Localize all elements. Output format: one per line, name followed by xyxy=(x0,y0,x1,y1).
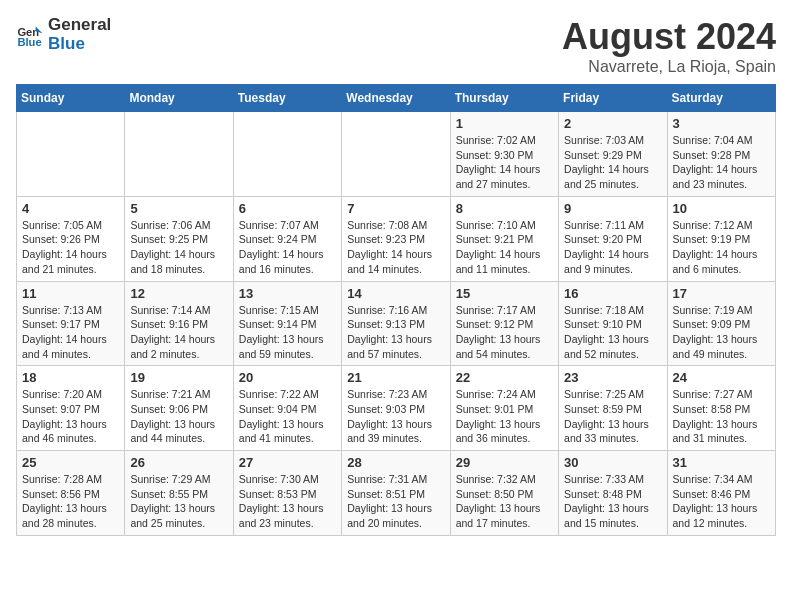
calendar-cell: 15Sunrise: 7:17 AM Sunset: 9:12 PM Dayli… xyxy=(450,281,558,366)
calendar-cell: 11Sunrise: 7:13 AM Sunset: 9:17 PM Dayli… xyxy=(17,281,125,366)
cell-date: 3 xyxy=(673,116,770,131)
cell-info: Sunrise: 7:29 AM Sunset: 8:55 PM Dayligh… xyxy=(130,472,227,531)
calendar-cell: 2Sunrise: 7:03 AM Sunset: 9:29 PM Daylig… xyxy=(559,112,667,197)
calendar-cell: 30Sunrise: 7:33 AM Sunset: 8:48 PM Dayli… xyxy=(559,451,667,536)
cell-info: Sunrise: 7:06 AM Sunset: 9:25 PM Dayligh… xyxy=(130,218,227,277)
cell-info: Sunrise: 7:23 AM Sunset: 9:03 PM Dayligh… xyxy=(347,387,444,446)
calendar-cell: 5Sunrise: 7:06 AM Sunset: 9:25 PM Daylig… xyxy=(125,196,233,281)
calendar-cell: 3Sunrise: 7:04 AM Sunset: 9:28 PM Daylig… xyxy=(667,112,775,197)
calendar-cell: 1Sunrise: 7:02 AM Sunset: 9:30 PM Daylig… xyxy=(450,112,558,197)
cell-info: Sunrise: 7:21 AM Sunset: 9:06 PM Dayligh… xyxy=(130,387,227,446)
header: Gen Blue General Blue August 2024 Navarr… xyxy=(16,16,776,76)
calendar-cell: 7Sunrise: 7:08 AM Sunset: 9:23 PM Daylig… xyxy=(342,196,450,281)
cell-info: Sunrise: 7:27 AM Sunset: 8:58 PM Dayligh… xyxy=(673,387,770,446)
cell-info: Sunrise: 7:24 AM Sunset: 9:01 PM Dayligh… xyxy=(456,387,553,446)
cell-date: 11 xyxy=(22,286,119,301)
calendar-table: SundayMondayTuesdayWednesdayThursdayFrid… xyxy=(16,84,776,536)
cell-date: 5 xyxy=(130,201,227,216)
cell-date: 7 xyxy=(347,201,444,216)
cell-date: 4 xyxy=(22,201,119,216)
calendar-cell: 17Sunrise: 7:19 AM Sunset: 9:09 PM Dayli… xyxy=(667,281,775,366)
cell-date: 21 xyxy=(347,370,444,385)
calendar-cell: 18Sunrise: 7:20 AM Sunset: 9:07 PM Dayli… xyxy=(17,366,125,451)
calendar-cell: 28Sunrise: 7:31 AM Sunset: 8:51 PM Dayli… xyxy=(342,451,450,536)
cell-info: Sunrise: 7:12 AM Sunset: 9:19 PM Dayligh… xyxy=(673,218,770,277)
day-header-tuesday: Tuesday xyxy=(233,85,341,112)
calendar-cell xyxy=(17,112,125,197)
cell-info: Sunrise: 7:19 AM Sunset: 9:09 PM Dayligh… xyxy=(673,303,770,362)
cell-date: 13 xyxy=(239,286,336,301)
cell-info: Sunrise: 7:08 AM Sunset: 9:23 PM Dayligh… xyxy=(347,218,444,277)
cell-info: Sunrise: 7:18 AM Sunset: 9:10 PM Dayligh… xyxy=(564,303,661,362)
cell-info: Sunrise: 7:28 AM Sunset: 8:56 PM Dayligh… xyxy=(22,472,119,531)
week-row-0: 1Sunrise: 7:02 AM Sunset: 9:30 PM Daylig… xyxy=(17,112,776,197)
cell-date: 12 xyxy=(130,286,227,301)
cell-info: Sunrise: 7:14 AM Sunset: 9:16 PM Dayligh… xyxy=(130,303,227,362)
cell-date: 18 xyxy=(22,370,119,385)
calendar-cell: 26Sunrise: 7:29 AM Sunset: 8:55 PM Dayli… xyxy=(125,451,233,536)
calendar-cell: 13Sunrise: 7:15 AM Sunset: 9:14 PM Dayli… xyxy=(233,281,341,366)
calendar-cell: 10Sunrise: 7:12 AM Sunset: 9:19 PM Dayli… xyxy=(667,196,775,281)
logo-general-text: General xyxy=(48,16,111,35)
cell-info: Sunrise: 7:15 AM Sunset: 9:14 PM Dayligh… xyxy=(239,303,336,362)
cell-date: 19 xyxy=(130,370,227,385)
calendar-cell: 4Sunrise: 7:05 AM Sunset: 9:26 PM Daylig… xyxy=(17,196,125,281)
logo-blue-text: Blue xyxy=(48,35,111,54)
cell-date: 10 xyxy=(673,201,770,216)
calendar-cell: 19Sunrise: 7:21 AM Sunset: 9:06 PM Dayli… xyxy=(125,366,233,451)
calendar-cell xyxy=(125,112,233,197)
cell-info: Sunrise: 7:20 AM Sunset: 9:07 PM Dayligh… xyxy=(22,387,119,446)
cell-info: Sunrise: 7:07 AM Sunset: 9:24 PM Dayligh… xyxy=(239,218,336,277)
calendar-cell: 22Sunrise: 7:24 AM Sunset: 9:01 PM Dayli… xyxy=(450,366,558,451)
cell-info: Sunrise: 7:22 AM Sunset: 9:04 PM Dayligh… xyxy=(239,387,336,446)
week-row-4: 25Sunrise: 7:28 AM Sunset: 8:56 PM Dayli… xyxy=(17,451,776,536)
cell-date: 29 xyxy=(456,455,553,470)
cell-info: Sunrise: 7:30 AM Sunset: 8:53 PM Dayligh… xyxy=(239,472,336,531)
calendar-cell: 16Sunrise: 7:18 AM Sunset: 9:10 PM Dayli… xyxy=(559,281,667,366)
cell-info: Sunrise: 7:31 AM Sunset: 8:51 PM Dayligh… xyxy=(347,472,444,531)
week-row-2: 11Sunrise: 7:13 AM Sunset: 9:17 PM Dayli… xyxy=(17,281,776,366)
cell-info: Sunrise: 7:02 AM Sunset: 9:30 PM Dayligh… xyxy=(456,133,553,192)
cell-date: 25 xyxy=(22,455,119,470)
calendar-cell xyxy=(342,112,450,197)
cell-date: 6 xyxy=(239,201,336,216)
cell-date: 28 xyxy=(347,455,444,470)
calendar-cell xyxy=(233,112,341,197)
cell-date: 14 xyxy=(347,286,444,301)
cell-date: 15 xyxy=(456,286,553,301)
svg-text:Blue: Blue xyxy=(17,36,41,48)
logo-icon: Gen Blue xyxy=(16,21,44,49)
calendar-cell: 9Sunrise: 7:11 AM Sunset: 9:20 PM Daylig… xyxy=(559,196,667,281)
cell-date: 8 xyxy=(456,201,553,216)
cell-date: 31 xyxy=(673,455,770,470)
calendar-cell: 31Sunrise: 7:34 AM Sunset: 8:46 PM Dayli… xyxy=(667,451,775,536)
cell-info: Sunrise: 7:03 AM Sunset: 9:29 PM Dayligh… xyxy=(564,133,661,192)
day-header-saturday: Saturday xyxy=(667,85,775,112)
cell-date: 22 xyxy=(456,370,553,385)
calendar-cell: 12Sunrise: 7:14 AM Sunset: 9:16 PM Dayli… xyxy=(125,281,233,366)
cell-info: Sunrise: 7:33 AM Sunset: 8:48 PM Dayligh… xyxy=(564,472,661,531)
calendar-cell: 24Sunrise: 7:27 AM Sunset: 8:58 PM Dayli… xyxy=(667,366,775,451)
cell-date: 1 xyxy=(456,116,553,131)
day-header-monday: Monday xyxy=(125,85,233,112)
cell-date: 27 xyxy=(239,455,336,470)
day-header-wednesday: Wednesday xyxy=(342,85,450,112)
logo: Gen Blue General Blue xyxy=(16,16,111,53)
cell-info: Sunrise: 7:32 AM Sunset: 8:50 PM Dayligh… xyxy=(456,472,553,531)
cell-date: 26 xyxy=(130,455,227,470)
cell-info: Sunrise: 7:25 AM Sunset: 8:59 PM Dayligh… xyxy=(564,387,661,446)
calendar-cell: 23Sunrise: 7:25 AM Sunset: 8:59 PM Dayli… xyxy=(559,366,667,451)
cell-info: Sunrise: 7:13 AM Sunset: 9:17 PM Dayligh… xyxy=(22,303,119,362)
calendar-cell: 27Sunrise: 7:30 AM Sunset: 8:53 PM Dayli… xyxy=(233,451,341,536)
cell-info: Sunrise: 7:16 AM Sunset: 9:13 PM Dayligh… xyxy=(347,303,444,362)
day-header-thursday: Thursday xyxy=(450,85,558,112)
subtitle: Navarrete, La Rioja, Spain xyxy=(562,58,776,76)
cell-info: Sunrise: 7:10 AM Sunset: 9:21 PM Dayligh… xyxy=(456,218,553,277)
cell-date: 24 xyxy=(673,370,770,385)
calendar-cell: 6Sunrise: 7:07 AM Sunset: 9:24 PM Daylig… xyxy=(233,196,341,281)
calendar-header: SundayMondayTuesdayWednesdayThursdayFrid… xyxy=(17,85,776,112)
calendar-cell: 25Sunrise: 7:28 AM Sunset: 8:56 PM Dayli… xyxy=(17,451,125,536)
cell-date: 2 xyxy=(564,116,661,131)
cell-date: 9 xyxy=(564,201,661,216)
cell-info: Sunrise: 7:17 AM Sunset: 9:12 PM Dayligh… xyxy=(456,303,553,362)
